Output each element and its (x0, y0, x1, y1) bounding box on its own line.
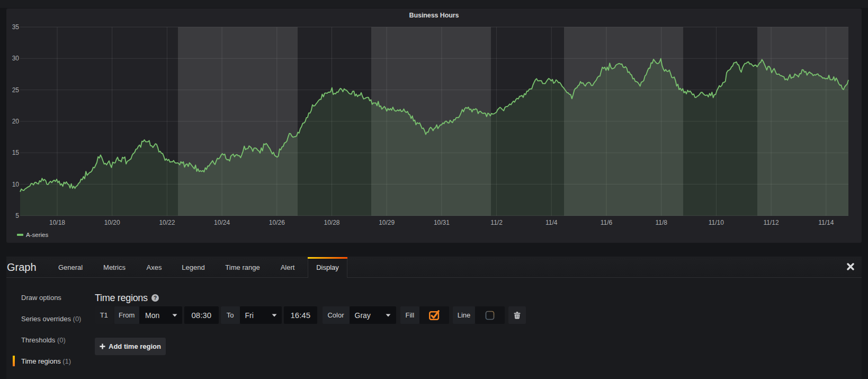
svg-text:11/14: 11/14 (818, 219, 834, 226)
svg-text:11/6: 11/6 (601, 219, 613, 226)
svg-text:11/2: 11/2 (490, 219, 503, 226)
svg-text:10/20: 10/20 (104, 219, 120, 226)
svg-text:10/26: 10/26 (269, 219, 285, 226)
svg-text:30: 30 (12, 55, 20, 62)
svg-text:?: ? (154, 295, 157, 301)
svg-text:11/8: 11/8 (655, 219, 667, 226)
svg-text:10/28: 10/28 (324, 219, 339, 226)
svg-text:11/10: 11/10 (709, 219, 724, 226)
svg-text:11/12: 11/12 (764, 219, 779, 226)
svg-text:15: 15 (12, 149, 20, 156)
svg-text:10/31: 10/31 (434, 219, 450, 226)
svg-text:35: 35 (12, 23, 20, 31)
svg-text:11/4: 11/4 (545, 219, 558, 226)
svg-text:10/22: 10/22 (159, 219, 175, 226)
svg-text:10/29: 10/29 (379, 219, 395, 226)
svg-text:25: 25 (12, 86, 20, 94)
svg-text:20: 20 (12, 118, 20, 125)
svg-text:10/24: 10/24 (214, 219, 230, 226)
svg-text:10/18: 10/18 (49, 219, 65, 226)
svg-text:5: 5 (15, 212, 19, 219)
svg-text:10: 10 (12, 181, 20, 188)
